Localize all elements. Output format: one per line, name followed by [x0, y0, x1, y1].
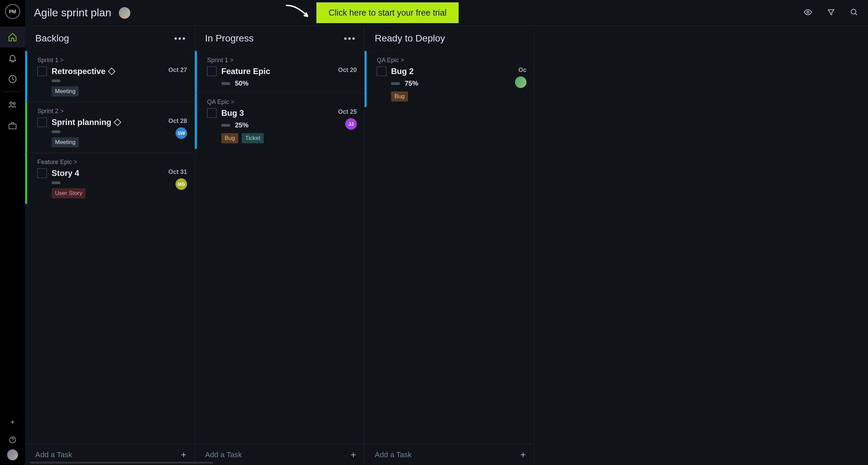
- filter-button[interactable]: [827, 8, 835, 18]
- progress-percent: 50%: [235, 79, 248, 87]
- start-trial-button[interactable]: Click here to start your free trial: [316, 2, 459, 23]
- dots-icon: [344, 37, 347, 40]
- add-task-label: Add a Task: [375, 450, 411, 459]
- column: In ProgressSprint 1Feature Epic50%Oct 20…: [195, 26, 365, 465]
- home-icon: [8, 32, 17, 42]
- nav-recent[interactable]: [0, 69, 25, 90]
- plus-icon: +: [351, 449, 356, 460]
- tag[interactable]: User Story: [52, 188, 86, 198]
- task-checkbox[interactable]: [37, 168, 47, 178]
- svg-point-2: [13, 103, 15, 105]
- project-title[interactable]: Agile sprint plan: [34, 6, 111, 19]
- task-checkbox[interactable]: [377, 67, 386, 76]
- kanban-board: BacklogSprint 1RetrospectiveMeetingOct 2…: [25, 26, 868, 465]
- task-title[interactable]: Retrospective: [52, 67, 160, 76]
- logo[interactable]: PM: [5, 4, 20, 19]
- nav-team[interactable]: [0, 94, 25, 115]
- nav-notifications[interactable]: [0, 48, 25, 69]
- search-button[interactable]: [850, 8, 858, 18]
- progress-bar: [391, 82, 400, 85]
- sidebar-help[interactable]: [0, 430, 25, 449]
- plus-icon: +: [520, 449, 526, 460]
- column-header: Ready to Deploy: [365, 26, 534, 51]
- tag[interactable]: Bug: [221, 133, 238, 143]
- task-card[interactable]: QA EpicBug 325%BugTicketOct 25JJ: [195, 93, 364, 149]
- nav-divider: [4, 92, 21, 92]
- task-checkbox[interactable]: [37, 67, 47, 76]
- column: Ready to DeployQA EpicBug 275%BugOcAdd a…: [365, 26, 534, 465]
- task-title[interactable]: Story 4: [52, 168, 160, 178]
- tag-list: Bug: [391, 91, 506, 102]
- due-date: Oct 28: [168, 118, 187, 125]
- card-breadcrumb[interactable]: Sprint 1: [37, 57, 187, 64]
- nav-home[interactable]: [0, 26, 25, 48]
- filter-icon: [827, 8, 835, 17]
- horizontal-scrollbar[interactable]: [30, 462, 213, 464]
- progress-row: [52, 79, 160, 82]
- add-task-label: Add a Task: [205, 450, 242, 459]
- task-title[interactable]: Bug 2: [391, 67, 506, 76]
- tag[interactable]: Bug: [391, 91, 408, 102]
- card-list: Sprint 1RetrospectiveMeetingOct 27Sprint…: [25, 51, 195, 444]
- add-task-button[interactable]: Add a Task+: [195, 444, 364, 465]
- milestone-icon: [114, 119, 122, 126]
- card-breadcrumb[interactable]: Feature Epic: [37, 159, 187, 166]
- progress-row: 50%: [221, 79, 329, 87]
- card-breadcrumb[interactable]: QA Epic: [377, 57, 527, 64]
- progress-bar: [221, 124, 230, 127]
- task-checkbox[interactable]: [37, 118, 47, 127]
- tag[interactable]: Meeting: [52, 137, 79, 147]
- column-menu[interactable]: [344, 37, 355, 40]
- column-title[interactable]: In Progress: [205, 33, 254, 44]
- task-checkbox[interactable]: [207, 108, 217, 118]
- svg-point-6: [851, 9, 856, 14]
- tag[interactable]: Ticket: [242, 133, 264, 143]
- assignee-avatar[interactable]: SW: [176, 127, 187, 139]
- plus-icon: +: [181, 449, 186, 460]
- tag-list: Meeting: [52, 137, 160, 147]
- column-menu[interactable]: [174, 37, 185, 40]
- due-date: Oct 20: [338, 67, 357, 74]
- sidebar: PM +: [0, 0, 25, 465]
- column-title[interactable]: Ready to Deploy: [375, 33, 445, 44]
- svg-point-1: [10, 102, 12, 104]
- progress-row: 25%: [221, 121, 329, 129]
- user-avatar[interactable]: [7, 449, 18, 460]
- assignee-avatar[interactable]: [515, 76, 527, 88]
- view-toggle[interactable]: [804, 8, 812, 18]
- help-icon: [8, 436, 17, 444]
- card-breadcrumb[interactable]: Sprint 2: [37, 108, 187, 115]
- task-card[interactable]: Sprint 1Feature Epic50%Oct 20: [195, 51, 364, 93]
- milestone-icon: [108, 68, 115, 75]
- task-checkbox[interactable]: [207, 67, 217, 76]
- card-breadcrumb[interactable]: Sprint 1: [207, 57, 357, 64]
- column: BacklogSprint 1RetrospectiveMeetingOct 2…: [25, 26, 195, 465]
- nav-portfolio[interactable]: [0, 115, 25, 136]
- project-member-avatar[interactable]: [119, 7, 130, 19]
- task-card[interactable]: QA EpicBug 275%BugOc: [365, 51, 534, 107]
- clock-icon: [8, 74, 17, 84]
- sidebar-add[interactable]: +: [0, 414, 25, 430]
- people-icon: [8, 100, 17, 109]
- card-list: Sprint 1Feature Epic50%Oct 20QA EpicBug …: [195, 51, 364, 444]
- search-icon: [850, 8, 858, 17]
- due-date: Oct 31: [168, 168, 187, 176]
- task-title[interactable]: Bug 3: [221, 108, 329, 118]
- add-task-label: Add a Task: [35, 450, 72, 459]
- progress-row: [52, 181, 160, 184]
- due-date: Oct 27: [168, 67, 187, 74]
- due-date: Oct 25: [338, 108, 357, 115]
- task-title[interactable]: Sprint planning: [52, 118, 160, 127]
- assignee-avatar[interactable]: MS: [176, 178, 187, 190]
- assignee-avatar[interactable]: JJ: [345, 118, 357, 130]
- task-card[interactable]: Sprint 1RetrospectiveMeetingOct 27: [25, 51, 195, 102]
- task-title[interactable]: Feature Epic: [221, 67, 329, 76]
- column-title[interactable]: Backlog: [35, 33, 69, 44]
- bell-icon: [8, 53, 17, 63]
- add-task-button[interactable]: Add a Task+: [365, 444, 534, 465]
- progress-bar: [52, 130, 60, 133]
- task-card[interactable]: Feature EpicStory 4User StoryOct 31MS: [25, 153, 195, 204]
- task-card[interactable]: Sprint 2Sprint planningMeetingOct 28SW: [25, 102, 195, 153]
- card-breadcrumb[interactable]: QA Epic: [207, 99, 357, 106]
- tag[interactable]: Meeting: [52, 86, 79, 96]
